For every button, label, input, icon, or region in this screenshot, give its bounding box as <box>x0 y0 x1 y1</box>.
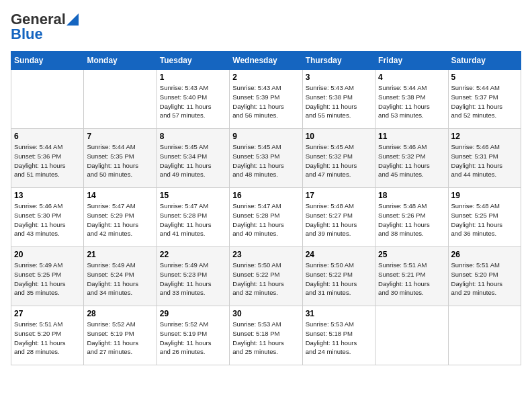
day-info: Sunrise: 5:45 AM Sunset: 5:33 PM Dayligh… <box>232 142 299 179</box>
calendar-cell: 15Sunrise: 5:47 AM Sunset: 5:28 PM Dayli… <box>157 188 229 247</box>
calendar-cell <box>448 306 521 365</box>
day-number: 9 <box>232 132 299 141</box>
calendar-cell: 26Sunrise: 5:51 AM Sunset: 5:20 PM Dayli… <box>448 247 521 306</box>
day-number: 17 <box>306 191 372 200</box>
day-info: Sunrise: 5:48 AM Sunset: 5:27 PM Dayligh… <box>306 201 372 238</box>
calendar-table: SundayMondayTuesdayWednesdayThursdayFrid… <box>11 51 521 365</box>
calendar-cell: 27Sunrise: 5:51 AM Sunset: 5:20 PM Dayli… <box>11 306 84 365</box>
day-info: Sunrise: 5:46 AM Sunset: 5:31 PM Dayligh… <box>451 142 518 179</box>
calendar-body: 1Sunrise: 5:43 AM Sunset: 5:40 PM Daylig… <box>11 70 521 365</box>
calendar-cell: 2Sunrise: 5:43 AM Sunset: 5:39 PM Daylig… <box>230 70 302 129</box>
day-number: 22 <box>160 250 226 259</box>
day-info: Sunrise: 5:46 AM Sunset: 5:30 PM Dayligh… <box>14 201 81 238</box>
day-of-week-thursday: Thursday <box>302 52 375 70</box>
day-number: 19 <box>451 191 518 200</box>
day-of-week-tuesday: Tuesday <box>157 52 229 70</box>
day-number: 24 <box>306 250 372 259</box>
day-info: Sunrise: 5:52 AM Sunset: 5:19 PM Dayligh… <box>87 320 153 357</box>
day-number: 13 <box>14 191 81 200</box>
day-info: Sunrise: 5:43 AM Sunset: 5:39 PM Dayligh… <box>232 83 299 120</box>
calendar-cell <box>11 70 84 129</box>
calendar-cell: 7Sunrise: 5:44 AM Sunset: 5:35 PM Daylig… <box>84 129 157 188</box>
calendar-cell: 5Sunrise: 5:44 AM Sunset: 5:37 PM Daylig… <box>448 70 521 129</box>
logo-arrow-icon <box>66 13 79 26</box>
day-number: 5 <box>451 73 518 82</box>
calendar-cell: 13Sunrise: 5:46 AM Sunset: 5:30 PM Dayli… <box>11 188 84 247</box>
day-info: Sunrise: 5:44 AM Sunset: 5:38 PM Dayligh… <box>378 83 445 120</box>
day-info: Sunrise: 5:51 AM Sunset: 5:20 PM Dayligh… <box>14 320 81 357</box>
svg-marker-0 <box>66 13 79 26</box>
calendar-cell: 18Sunrise: 5:48 AM Sunset: 5:26 PM Dayli… <box>375 188 448 247</box>
day-info: Sunrise: 5:50 AM Sunset: 5:22 PM Dayligh… <box>306 261 372 298</box>
calendar-cell: 14Sunrise: 5:47 AM Sunset: 5:29 PM Dayli… <box>84 188 157 247</box>
day-info: Sunrise: 5:49 AM Sunset: 5:25 PM Dayligh… <box>14 261 81 298</box>
day-number: 11 <box>378 132 445 141</box>
day-of-week-sunday: Sunday <box>11 52 84 70</box>
calendar-cell: 29Sunrise: 5:52 AM Sunset: 5:19 PM Dayli… <box>157 306 229 365</box>
day-of-week-saturday: Saturday <box>448 52 521 70</box>
day-info: Sunrise: 5:52 AM Sunset: 5:19 PM Dayligh… <box>160 320 226 357</box>
day-info: Sunrise: 5:48 AM Sunset: 5:26 PM Dayligh… <box>378 201 445 238</box>
day-number: 18 <box>378 191 445 200</box>
day-info: Sunrise: 5:44 AM Sunset: 5:36 PM Dayligh… <box>14 142 81 179</box>
day-number: 20 <box>14 250 81 259</box>
day-number: 30 <box>232 309 299 318</box>
calendar-week-row: 27Sunrise: 5:51 AM Sunset: 5:20 PM Dayli… <box>11 306 521 365</box>
day-number: 12 <box>451 132 518 141</box>
calendar-cell: 30Sunrise: 5:53 AM Sunset: 5:18 PM Dayli… <box>230 306 302 365</box>
day-info: Sunrise: 5:47 AM Sunset: 5:28 PM Dayligh… <box>160 201 226 238</box>
day-number: 31 <box>306 309 372 318</box>
day-info: Sunrise: 5:47 AM Sunset: 5:29 PM Dayligh… <box>87 201 153 238</box>
calendar-week-row: 1Sunrise: 5:43 AM Sunset: 5:40 PM Daylig… <box>11 70 521 129</box>
calendar-cell: 23Sunrise: 5:50 AM Sunset: 5:22 PM Dayli… <box>230 247 302 306</box>
day-number: 21 <box>87 250 153 259</box>
calendar-cell <box>375 306 448 365</box>
day-number: 28 <box>87 309 153 318</box>
calendar-cell: 28Sunrise: 5:52 AM Sunset: 5:19 PM Dayli… <box>84 306 157 365</box>
day-number: 8 <box>160 132 226 141</box>
calendar-cell: 1Sunrise: 5:43 AM Sunset: 5:40 PM Daylig… <box>157 70 229 129</box>
day-number: 10 <box>306 132 372 141</box>
calendar-week-row: 13Sunrise: 5:46 AM Sunset: 5:30 PM Dayli… <box>11 188 521 247</box>
day-number: 2 <box>232 73 299 82</box>
day-number: 6 <box>14 132 81 141</box>
day-info: Sunrise: 5:47 AM Sunset: 5:28 PM Dayligh… <box>232 201 299 238</box>
logo-blue-text: Blue <box>11 26 43 43</box>
day-number: 29 <box>160 309 226 318</box>
calendar-cell: 31Sunrise: 5:53 AM Sunset: 5:18 PM Dayli… <box>302 306 375 365</box>
day-info: Sunrise: 5:53 AM Sunset: 5:18 PM Dayligh… <box>232 320 299 357</box>
day-number: 4 <box>378 73 445 82</box>
calendar-cell: 21Sunrise: 5:49 AM Sunset: 5:24 PM Dayli… <box>84 247 157 306</box>
calendar-cell: 25Sunrise: 5:51 AM Sunset: 5:21 PM Dayli… <box>375 247 448 306</box>
day-info: Sunrise: 5:44 AM Sunset: 5:35 PM Dayligh… <box>87 142 153 179</box>
day-number: 23 <box>232 250 299 259</box>
calendar-cell: 9Sunrise: 5:45 AM Sunset: 5:33 PM Daylig… <box>230 129 302 188</box>
day-info: Sunrise: 5:45 AM Sunset: 5:32 PM Dayligh… <box>306 142 372 179</box>
calendar-cell: 12Sunrise: 5:46 AM Sunset: 5:31 PM Dayli… <box>448 129 521 188</box>
day-number: 14 <box>87 191 153 200</box>
logo: General Blue <box>11 11 79 43</box>
day-number: 7 <box>87 132 153 141</box>
calendar-cell: 20Sunrise: 5:49 AM Sunset: 5:25 PM Dayli… <box>11 247 84 306</box>
calendar-week-row: 6Sunrise: 5:44 AM Sunset: 5:36 PM Daylig… <box>11 129 521 188</box>
day-info: Sunrise: 5:49 AM Sunset: 5:24 PM Dayligh… <box>87 261 153 298</box>
day-number: 15 <box>160 191 226 200</box>
day-info: Sunrise: 5:43 AM Sunset: 5:38 PM Dayligh… <box>306 83 372 120</box>
day-number: 27 <box>14 309 81 318</box>
day-info: Sunrise: 5:53 AM Sunset: 5:18 PM Dayligh… <box>306 320 372 357</box>
calendar-cell: 11Sunrise: 5:46 AM Sunset: 5:32 PM Dayli… <box>375 129 448 188</box>
day-of-week-friday: Friday <box>375 52 448 70</box>
calendar-cell: 24Sunrise: 5:50 AM Sunset: 5:22 PM Dayli… <box>302 247 375 306</box>
calendar-cell: 6Sunrise: 5:44 AM Sunset: 5:36 PM Daylig… <box>11 129 84 188</box>
calendar-cell: 22Sunrise: 5:49 AM Sunset: 5:23 PM Dayli… <box>157 247 229 306</box>
day-number: 1 <box>160 73 226 82</box>
page-header: General Blue <box>11 11 521 43</box>
day-info: Sunrise: 5:43 AM Sunset: 5:40 PM Dayligh… <box>160 83 226 120</box>
day-info: Sunrise: 5:48 AM Sunset: 5:25 PM Dayligh… <box>451 201 518 238</box>
day-number: 3 <box>306 73 372 82</box>
day-info: Sunrise: 5:46 AM Sunset: 5:32 PM Dayligh… <box>378 142 445 179</box>
day-info: Sunrise: 5:49 AM Sunset: 5:23 PM Dayligh… <box>160 261 226 298</box>
day-info: Sunrise: 5:51 AM Sunset: 5:21 PM Dayligh… <box>378 261 445 298</box>
calendar-cell: 3Sunrise: 5:43 AM Sunset: 5:38 PM Daylig… <box>302 70 375 129</box>
day-info: Sunrise: 5:45 AM Sunset: 5:34 PM Dayligh… <box>160 142 226 179</box>
